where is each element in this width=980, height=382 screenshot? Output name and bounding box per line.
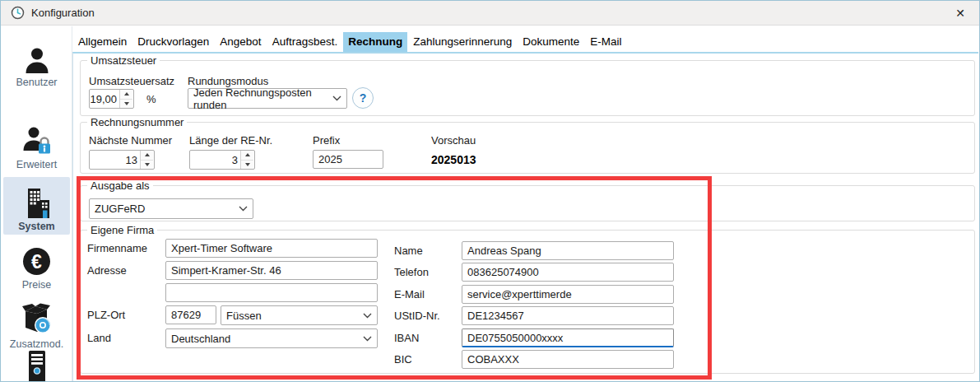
title-bar: Konfiguration ✕ (1, 1, 979, 26)
sidebar-item-erweitert[interactable]: Erweitert (3, 125, 70, 170)
sidebar-label: System (3, 221, 70, 232)
sidebar: Benutzer Erweitert (1, 26, 72, 381)
sidebar-label: Erweitert (3, 159, 70, 170)
tab-auftragsbest[interactable]: Auftragsbest. (267, 32, 343, 52)
umsatzsteuersatz-spinner[interactable] (89, 89, 134, 109)
sidebar-item-preise[interactable]: € Preise (3, 246, 70, 291)
spin-down-icon[interactable] (120, 99, 132, 109)
chevron-down-icon (363, 313, 372, 319)
sidebar-label: Preise (3, 279, 70, 291)
user-icon (22, 46, 52, 74)
help-button[interactable]: ? (352, 87, 374, 109)
bic-input[interactable] (462, 350, 674, 369)
ort-dropdown[interactable]: Füssen (221, 305, 378, 325)
adresse-input[interactable] (165, 261, 378, 280)
umsatzsteuersatz-label: Umsatzsteuersatz (89, 75, 174, 87)
chevron-down-icon (239, 206, 248, 212)
name-label: Name (394, 245, 423, 257)
question-icon: ? (360, 91, 367, 105)
plz-input[interactable] (165, 305, 216, 324)
umsatzsteuer-group-title: Umsatzsteuer (87, 54, 160, 67)
naechste-nummer-spinner[interactable] (89, 150, 155, 170)
chevron-down-icon (332, 96, 341, 101)
server-icon (23, 349, 51, 382)
laenge-re-nr-label: Länge der RE-Nr. (189, 134, 272, 147)
spin-up-icon[interactable] (120, 90, 132, 99)
rundungsmodus-dropdown[interactable]: Jeden Rechnungsposten runden (188, 88, 347, 109)
percent-label: % (146, 93, 156, 105)
ort-value: Füssen (226, 310, 262, 322)
telefon-label: Telefon (394, 266, 429, 278)
vorschau-label: Vorschau (431, 134, 476, 147)
name-input[interactable] (462, 241, 674, 260)
telefon-input[interactable] (462, 263, 674, 282)
tab-dokumente[interactable]: Dokumente (518, 32, 584, 52)
laenge-re-nr-input[interactable] (190, 151, 240, 169)
bic-label: BIC (394, 353, 412, 366)
clock-app-icon (11, 6, 25, 20)
land-dropdown[interactable]: Deutschland (165, 328, 378, 348)
tab-allgemein[interactable]: Allgemein (73, 32, 132, 52)
umsatzsteuersatz-input[interactable] (90, 90, 119, 108)
spin-up-icon[interactable] (141, 151, 153, 160)
prefix-label: Prefix (313, 134, 340, 147)
spin-up-icon[interactable] (241, 151, 253, 160)
naechste-nummer-label: Nächste Nummer (89, 134, 172, 147)
svg-text:€: € (31, 251, 42, 273)
sidebar-label: Benutzer (3, 77, 70, 88)
ausgabe-als-value: ZUGFeRD (95, 203, 145, 215)
land-label: Land (87, 332, 111, 344)
land-value: Deutschland (171, 333, 230, 345)
rechnungsnummer-group-title: Rechnungsnummer (87, 116, 187, 128)
firmenname-input[interactable] (165, 239, 378, 258)
plz-ort-label: PLZ-Ort (87, 309, 125, 321)
laenge-re-nr-spinner[interactable] (189, 150, 255, 170)
firmenname-label: Firmenname (87, 242, 147, 254)
adresse-label: Adresse (87, 264, 127, 277)
email-input[interactable] (462, 285, 674, 304)
tab-email[interactable]: E-Mail (585, 32, 626, 52)
chevron-down-icon (363, 336, 372, 342)
tab-bar: Allgemein Druckvorlagen Angebot Auftrags… (73, 30, 978, 52)
addon-box-icon (21, 303, 53, 336)
sidebar-item-server[interactable] (3, 349, 70, 382)
building-icon (22, 187, 52, 218)
prefix-input[interactable] (313, 150, 383, 169)
sidebar-label: Zusatzmod. (3, 338, 70, 350)
tab-druckvorlagen[interactable]: Druckvorlagen (132, 32, 214, 52)
sidebar-item-system[interactable]: System (3, 177, 70, 235)
ustid-label: UStID-Nr. (394, 310, 440, 322)
tab-zahlungserinnerung[interactable]: Zahlungserinnerung (408, 32, 517, 52)
sidebar-item-benutzer[interactable]: Benutzer (3, 46, 70, 88)
rundungsmodus-value: Jeden Rechnungsposten runden (193, 86, 332, 111)
spin-down-icon[interactable] (241, 160, 253, 170)
ausgabe-als-dropdown[interactable]: ZUGFeRD (89, 198, 253, 219)
naechste-nummer-input[interactable] (90, 151, 140, 169)
tab-rechnung[interactable]: Rechnung (343, 32, 407, 52)
tab-angebot[interactable]: Angebot (215, 32, 266, 52)
ustid-input[interactable] (462, 306, 674, 325)
eigene-firma-group-title: Eigene Firma (87, 224, 157, 236)
vorschau-value: 2025013 (431, 153, 476, 166)
window-title: Konfiguration (31, 7, 95, 19)
ausgabe-als-group-title: Ausgabe als (87, 179, 153, 192)
email-label: E-Mail (394, 288, 425, 300)
user-lock-icon (21, 125, 53, 156)
sidebar-item-zusatzmodule[interactable]: Zusatzmod. (3, 303, 70, 350)
close-button[interactable]: ✕ (941, 1, 979, 25)
spin-down-icon[interactable] (141, 160, 153, 170)
euro-icon: € (21, 246, 52, 277)
iban-label: IBAN (394, 332, 419, 344)
adresse2-input[interactable] (165, 283, 378, 302)
konfiguration-window: Konfiguration ✕ Benutzer Erweitert (0, 0, 980, 382)
iban-input[interactable] (462, 328, 674, 347)
